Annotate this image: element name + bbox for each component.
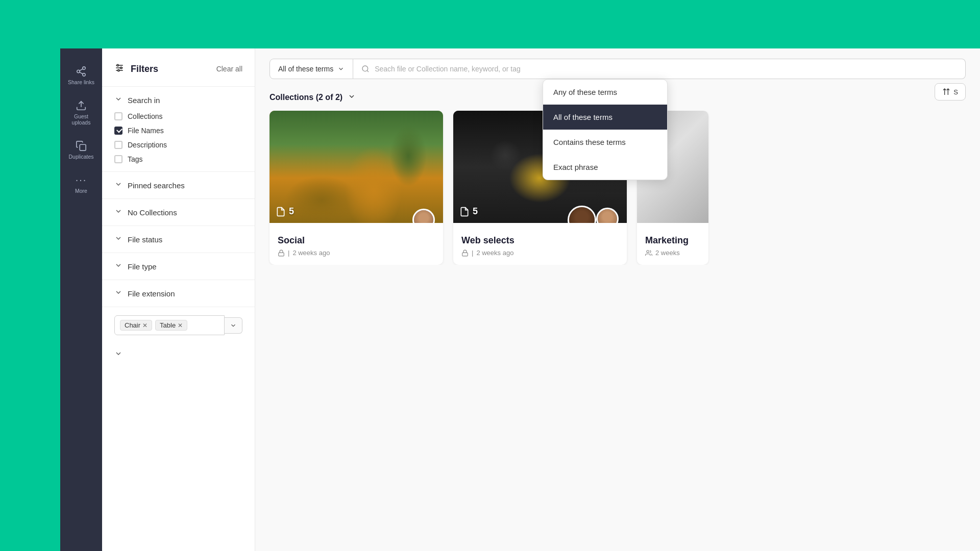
tag-label-chair: Chair (125, 321, 140, 329)
collections-chevron-icon[interactable] (348, 92, 356, 103)
file-icon-web-selects (459, 207, 470, 217)
filter-section-no-collections-header[interactable]: No Collections (114, 207, 242, 217)
card-time-social-text: 2 weeks ago (292, 249, 330, 257)
svg-point-19 (647, 250, 649, 253)
svg-point-2 (83, 73, 86, 77)
sidebar-item-label-share-links: Share links (68, 79, 94, 86)
filters-title: Filters (131, 64, 158, 74)
sidebar-item-duplicates[interactable]: Duplicates (60, 133, 102, 167)
filters-sidebar: Filters Clear all Search in Collections … (102, 48, 255, 551)
avatar-large-web-selects (568, 206, 596, 223)
filter-section-file-type-header[interactable]: File type (114, 261, 242, 271)
filter-section-pinned-searches: Pinned searches (102, 172, 255, 199)
sort-label: S (953, 88, 958, 96)
sidebar-item-more[interactable]: ··· More (60, 167, 102, 202)
card-info-web-selects: Web selects | 2 weeks ago (453, 223, 627, 265)
filter-bottom-section[interactable] (102, 343, 255, 366)
copy-icon (76, 140, 87, 152)
chevron-down-icon (114, 95, 122, 105)
main-content: All of these terms Seach file or Collect… (255, 48, 980, 551)
avatar-face-social (414, 210, 433, 223)
remove-table-tag-button[interactable]: ✕ (178, 322, 183, 329)
svg-point-1 (77, 70, 80, 73)
filters-icon (114, 63, 125, 75)
dropdown-item-any[interactable]: Any of these terms (543, 80, 667, 105)
chevron-down-icon-8 (114, 349, 122, 358)
svg-rect-6 (80, 144, 86, 151)
card-time-social: | (288, 249, 289, 257)
card-time-marketing-text: 2 weeks (655, 249, 680, 257)
sidebar-item-guest-uploads[interactable]: Guestuploads (60, 93, 102, 133)
tag-label-table: Table (160, 321, 176, 329)
svg-line-3 (80, 72, 83, 74)
tag-chip-table: Table ✕ (155, 320, 187, 331)
avatar-social (412, 209, 435, 223)
filter-section-file-extension-header[interactable]: File extension (114, 288, 242, 298)
filter-section-no-collections: No Collections (102, 199, 255, 226)
dropdown-any-label: Any of these terms (553, 88, 617, 96)
avatar-face-web-selects-large (569, 207, 595, 223)
chevron-down-icon-2 (114, 180, 122, 190)
chevron-down-icon-3 (114, 207, 122, 217)
card-name-marketing: Marketing (645, 235, 700, 246)
svg-point-10 (117, 64, 118, 66)
search-input-field[interactable]: Seach file or Collection name, keyword, … (353, 59, 966, 79)
share-icon-marketing (645, 249, 652, 257)
chevron-down-icon-6 (114, 288, 122, 298)
pinned-searches-label: Pinned searches (128, 181, 185, 190)
filter-option-descriptions[interactable]: Descriptions (114, 141, 242, 149)
filter-section-file-status-header[interactable]: File status (114, 234, 242, 244)
sidebar-item-share-links[interactable]: Share links (60, 59, 102, 93)
card-meta-social: | 2 weeks ago (278, 249, 435, 257)
collections-heading: Collections (2 of 2) (270, 93, 342, 102)
filter-section-search-in: Search in Collections File Names Descrip… (102, 87, 255, 172)
sort-button[interactable]: S (935, 83, 966, 101)
descriptions-checkbox[interactable] (114, 141, 122, 149)
filter-section-file-type: File type (102, 253, 255, 280)
collections-checkbox[interactable] (114, 112, 122, 120)
file-extension-label: File extension (128, 289, 175, 298)
filter-section-search-in-header[interactable]: Search in (114, 95, 242, 105)
card-name-social: Social (278, 235, 435, 246)
svg-rect-18 (462, 253, 468, 256)
file-count-web-selects: 5 (459, 206, 478, 217)
search-icon (361, 65, 370, 73)
dropdown-item-contains[interactable]: Contains these terms (543, 130, 667, 155)
card-meta-marketing: 2 weeks (645, 249, 700, 257)
card-time-web-selects-sep: | (472, 249, 473, 257)
chevron-down-icon-7 (230, 322, 237, 329)
avatar-web-selects (596, 208, 619, 223)
avatar-face-web-selects (598, 209, 617, 223)
card-image-social: 5 (270, 111, 443, 223)
no-collections-label: No Collections (128, 208, 177, 217)
filter-section-pinned-header[interactable]: Pinned searches (114, 180, 242, 190)
search-placeholder: Seach file or Collection name, keyword, … (375, 65, 521, 73)
file-status-label: File status (128, 235, 162, 244)
clear-all-button[interactable]: Clear all (216, 65, 242, 73)
dropdown-all-label: All of these terms (553, 113, 612, 121)
svg-line-4 (80, 69, 83, 71)
tags-checkbox[interactable] (114, 155, 122, 163)
tags-box[interactable]: Chair ✕ Table ✕ (114, 315, 225, 335)
filter-option-collections[interactable]: Collections (114, 112, 242, 120)
remove-chair-tag-button[interactable]: ✕ (142, 322, 148, 329)
search-type-button[interactable]: All of these terms (270, 59, 353, 79)
dropdown-item-exact[interactable]: Exact phrase (543, 155, 667, 180)
dropdown-item-all[interactable]: All of these terms (543, 105, 667, 130)
dropdown-contains-label: Contains these terms (553, 138, 626, 146)
card-name-web-selects: Web selects (461, 235, 619, 246)
card-time-web-selects-text: 2 weeks ago (476, 249, 513, 257)
file-type-label: File type (128, 262, 157, 271)
descriptions-label: Descriptions (128, 141, 167, 149)
filter-option-tags[interactable]: Tags (114, 155, 242, 163)
card-meta-web-selects: | 2 weeks ago (461, 249, 619, 257)
tag-chip-chair: Chair ✕ (120, 320, 152, 331)
svg-line-14 (367, 70, 369, 72)
dots-icon: ··· (76, 174, 87, 186)
svg-point-11 (120, 67, 122, 68)
file-names-checkbox[interactable] (114, 127, 122, 135)
lock-icon-social (278, 249, 285, 257)
filter-option-file-names[interactable]: File Names (114, 127, 242, 135)
tags-dropdown-button[interactable] (225, 317, 242, 334)
collection-card-social[interactable]: 5 Social | 2 weeks ago (270, 111, 443, 265)
